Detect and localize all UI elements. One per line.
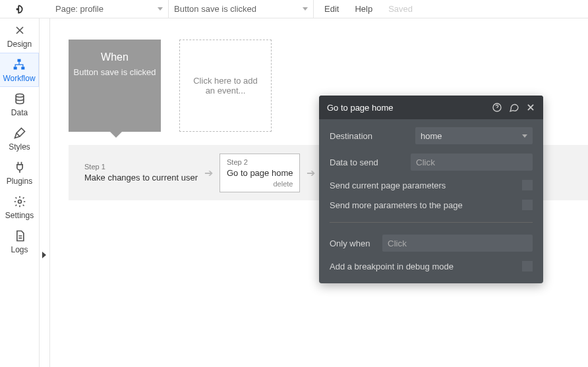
topbar: Page: profile Button save is clicked Edi…: [0, 0, 588, 18]
add-event-card[interactable]: Click here to add an event...: [179, 40, 272, 132]
rail-data-label: Data: [11, 108, 28, 117]
svg-rect-3: [21, 67, 24, 69]
send-current-checkbox[interactable]: [522, 180, 533, 190]
rail-settings[interactable]: Settings: [0, 190, 39, 224]
step-1-label: Step 1: [84, 163, 198, 171]
destination-label: Destination: [330, 131, 415, 141]
event-pointer-icon: [109, 131, 123, 138]
rail-workflow[interactable]: Workflow: [0, 53, 39, 87]
step-2-title: Go to page home: [227, 168, 293, 178]
step-2[interactable]: Step 2 Go to page home delete: [220, 154, 300, 192]
data-to-send-input[interactable]: [411, 154, 533, 171]
event-desc: Button save is clicked: [73, 67, 156, 77]
page-dropdown-label: Page: profile: [55, 4, 103, 14]
event-dropdown-label: Button save is clicked: [174, 4, 256, 14]
rail-styles[interactable]: Styles: [0, 121, 39, 155]
step-1[interactable]: Step 1 Make changes to current user: [84, 163, 198, 183]
menu-help[interactable]: Help: [355, 4, 372, 14]
left-rail: Design Workflow Data Styles Plugins Sett…: [0, 18, 40, 367]
rail-plugins-label: Plugins: [7, 177, 32, 186]
event-when: When: [101, 51, 129, 63]
svg-point-4: [16, 94, 24, 97]
arrow-right-icon: ➔: [204, 167, 213, 179]
rail-logs-label: Logs: [11, 245, 28, 254]
rail-styles-label: Styles: [9, 142, 30, 152]
document-icon: [13, 229, 27, 243]
destination-select[interactable]: home: [415, 127, 533, 144]
only-when-label: Only when: [330, 239, 382, 248]
brush-icon: [13, 126, 27, 140]
rail-workflow-label: Workflow: [3, 74, 35, 83]
event-card[interactable]: When Button save is clicked: [69, 40, 161, 132]
workflow-canvas: When Button save is clicked Click here t…: [50, 18, 588, 367]
rail-plugins[interactable]: Plugins: [0, 155, 39, 190]
event-dropdown[interactable]: Button save is clicked: [169, 0, 314, 18]
caret-down-icon: [158, 7, 163, 11]
send-current-label: Send current page parameters: [330, 181, 522, 190]
divider: [330, 222, 533, 223]
breakpoint-checkbox[interactable]: [522, 261, 533, 271]
comment-icon[interactable]: [509, 102, 519, 113]
rail-logs[interactable]: Logs: [0, 224, 39, 258]
data-to-send-label: Data to send: [330, 157, 411, 167]
database-icon: [13, 92, 27, 106]
plug-icon: [13, 160, 27, 175]
caret-down-icon: [303, 7, 308, 11]
add-event-label: Click here to add an event...: [188, 76, 263, 96]
panel-header[interactable]: Go to page home: [319, 96, 543, 119]
step-2-label: Step 2: [227, 158, 293, 166]
menu-saved: Saved: [388, 4, 413, 14]
step-2-delete[interactable]: delete: [227, 180, 293, 188]
property-panel: Go to page home Destination home Data to…: [319, 96, 543, 283]
panel-title: Go to page home: [327, 103, 492, 113]
gear-icon: [13, 194, 27, 209]
destination-value: home: [421, 131, 442, 141]
caret-down-icon: [522, 134, 527, 138]
rail-design[interactable]: Design: [0, 18, 39, 53]
help-icon[interactable]: [492, 102, 502, 113]
rail-design-label: Design: [7, 40, 32, 49]
send-more-checkbox[interactable]: [522, 200, 533, 210]
svg-point-5: [18, 200, 21, 203]
only-when-input[interactable]: [382, 235, 533, 252]
rail-settings-label: Settings: [5, 211, 34, 220]
arrow-right-icon: ➔: [307, 167, 315, 179]
close-icon[interactable]: [526, 102, 535, 113]
page-dropdown[interactable]: Page: profile: [50, 0, 169, 18]
rail-data[interactable]: Data: [0, 87, 39, 121]
second-rail: [40, 18, 50, 367]
design-icon: [13, 23, 27, 38]
menu-edit[interactable]: Edit: [324, 4, 339, 14]
app-logo: [0, 0, 40, 18]
svg-rect-2: [14, 67, 17, 69]
svg-rect-1: [18, 59, 21, 61]
send-more-label: Send more parameters to the page: [330, 200, 522, 210]
breakpoint-label: Add a breakpoint in debug mode: [330, 262, 522, 271]
step-1-title: Make changes to current user: [84, 173, 198, 183]
workflow-icon: [12, 57, 26, 72]
